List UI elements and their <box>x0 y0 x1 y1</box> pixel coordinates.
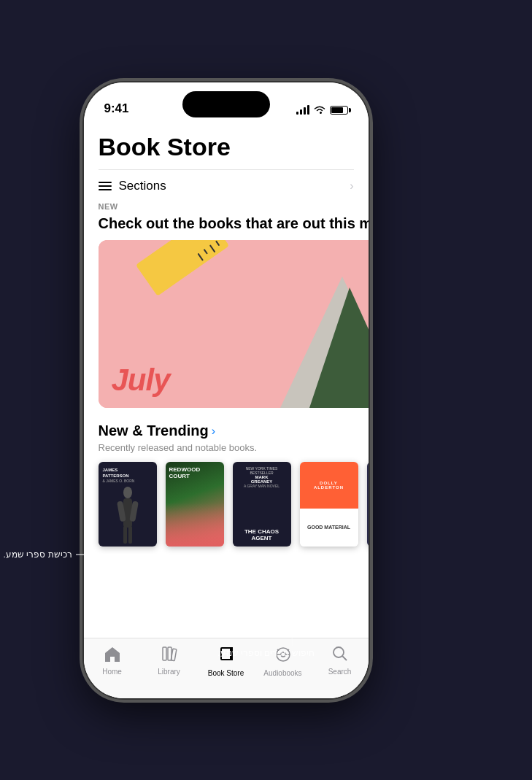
featured-card-image: July <box>99 240 369 408</box>
book-greaney[interactable]: NEW YORK TIMES BESTSELLER MARKGREANEY A … <box>233 462 291 547</box>
patterson-coauthor: & JAMES O. BORN <box>103 479 153 483</box>
annotation-audiobooks: רכישת ספרי שמע. <box>4 549 72 560</box>
battery-icon <box>330 106 348 115</box>
annotation-search-text: חיפוש ספרים וספרי שמע. <box>217 648 314 658</box>
svg-rect-8 <box>163 647 166 660</box>
books-scroll: JAMESPATTERSON & JAMES O. BORN <box>84 462 369 547</box>
greaney-series: NEW YORK TIMES BESTSELLER <box>236 466 288 475</box>
svg-rect-6 <box>123 526 127 544</box>
page-title-area: Book Store <box>84 122 369 161</box>
trending-title: New & Trending <box>99 422 209 439</box>
trending-section: New & Trending › Recently released and n… <box>84 408 369 547</box>
dynamic-island <box>182 91 270 117</box>
trending-subtitle: Recently released and notable books. <box>84 442 369 462</box>
patterson-author: JAMESPATTERSON <box>103 468 153 479</box>
july-artwork: July <box>99 240 369 408</box>
tab-library-label: Library <box>158 668 180 676</box>
svg-point-13 <box>334 647 344 657</box>
home-icon <box>104 646 121 665</box>
screen: 9:41 <box>84 82 369 698</box>
tab-bookstore-label: Book Store <box>208 669 244 677</box>
book-partial[interactable] <box>367 462 369 547</box>
phone-container: 9:41 <box>84 82 449 698</box>
trending-chevron: › <box>212 425 215 438</box>
svg-rect-7 <box>128 526 132 544</box>
annotation-search: חיפוש ספרים וספרי שמע. <box>217 625 314 658</box>
library-icon <box>161 646 177 665</box>
alderton-author: DOLLYALDERTON <box>314 481 344 490</box>
featured-scroll: NEW Check out the books that are out thi… <box>99 202 354 408</box>
featured-card-title: Check out the books that are out this mo… <box>99 214 369 233</box>
sections-label: Sections <box>119 179 166 193</box>
annotation-audiobooks-text: רכישת ספרי שמע. <box>4 549 72 560</box>
main-content: Book Store Sections › <box>84 122 369 638</box>
alderton-title: GOOD MATERIAL <box>307 525 350 530</box>
greaney-title: THE CHAOSAGENT <box>236 529 288 542</box>
page-title: Book Store <box>99 134 354 161</box>
mountain-svg <box>277 262 369 408</box>
phone-frame: 9:41 <box>84 82 369 698</box>
tab-library[interactable]: Library <box>141 644 198 676</box>
tab-search-label: Search <box>328 668 352 676</box>
sections-row[interactable]: Sections › <box>84 170 369 202</box>
svg-line-14 <box>342 656 347 660</box>
greaney-author: MARKGREANEY <box>236 475 288 484</box>
signal-icon <box>296 105 309 115</box>
status-icons <box>296 104 348 116</box>
hamburger-icon <box>99 182 112 190</box>
svg-point-2 <box>123 487 132 498</box>
tab-home[interactable]: Home <box>84 644 141 676</box>
book-patterson[interactable]: JAMESPATTERSON & JAMES O. BORN <box>99 462 157 547</box>
sections-chevron: › <box>350 179 353 193</box>
book-alderton[interactable]: DOLLYALDERTON GOOD MATERIAL <box>300 462 358 547</box>
patterson-figure <box>109 485 146 547</box>
search-icon <box>332 646 348 665</box>
tab-home-label: Home <box>102 668 122 676</box>
status-time: 9:41 <box>104 101 129 116</box>
book-redwood[interactable]: REDWOODCOURT <box>166 462 224 547</box>
wifi-icon <box>314 104 325 116</box>
tab-audiobooks-label: Audiobooks <box>263 669 301 677</box>
featured-area: NEW Check out the books that are out thi… <box>84 202 369 408</box>
tab-search[interactable]: Search <box>312 644 369 676</box>
featured-card-label: NEW <box>99 202 369 211</box>
featured-card-new[interactable]: NEW Check out the books that are out thi… <box>99 202 369 408</box>
redwood-title: REDWOODCOURT <box>169 466 220 480</box>
greaney-descriptor: A GRAY MAN NOVEL <box>236 484 288 488</box>
july-text: July <box>112 363 170 398</box>
trending-header: New & Trending › <box>84 408 369 442</box>
